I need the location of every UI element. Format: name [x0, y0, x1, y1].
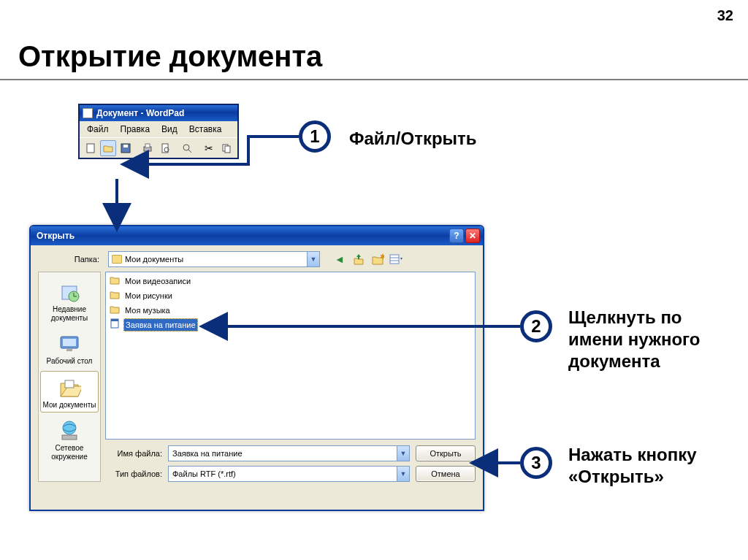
- place-mydocs[interactable]: Мои документы: [40, 371, 99, 413]
- title-rule: [0, 79, 748, 80]
- open-dialog: Открыть ? ✕ Папка: Мои документы ▼ ◄ ✱: [29, 225, 484, 511]
- svg-rect-0: [87, 144, 94, 153]
- place-network[interactable]: Сетевое окружение: [40, 414, 99, 464]
- place-label: Сетевое окружение: [42, 444, 96, 461]
- lookin-label: Папка:: [38, 255, 104, 264]
- help-button[interactable]: ?: [449, 229, 464, 243]
- svg-rect-24: [62, 435, 77, 440]
- page-title: Открытие документа: [18, 40, 322, 73]
- mydocs-icon: [58, 376, 81, 399]
- step-1-text: Файл/Открыть: [349, 128, 477, 150]
- place-label: Мои документы: [43, 401, 96, 410]
- svg-rect-4: [145, 144, 150, 147]
- back-icon[interactable]: ◄: [332, 251, 348, 267]
- place-desktop[interactable]: Рабочий стол: [40, 327, 99, 369]
- open-button[interactable]: Открыть: [416, 445, 476, 461]
- step-2-badge: 2: [520, 310, 552, 342]
- open-dialog-title: Открыть: [37, 231, 75, 241]
- lookin-value: Мои документы: [125, 255, 183, 264]
- svg-rect-10: [225, 146, 230, 153]
- chevron-down-icon[interactable]: ▼: [397, 446, 409, 461]
- place-recent[interactable]: Недавние документы: [40, 275, 99, 326]
- page-number: 32: [717, 7, 733, 24]
- open-dialog-titlebar: Открыть ? ✕: [31, 226, 483, 245]
- document-icon: [109, 318, 121, 331]
- svg-point-23: [63, 421, 76, 434]
- filetype-value: Файлы RTF (*.rtf): [172, 469, 236, 478]
- folder-icon: [109, 289, 121, 302]
- svg-point-7: [183, 145, 189, 150]
- svg-line-8: [188, 150, 191, 153]
- menu-view[interactable]: Вид: [156, 123, 183, 136]
- list-item[interactable]: Моя музыка: [107, 303, 473, 318]
- file-name: Моя музыка: [123, 304, 172, 316]
- copy-icon[interactable]: [218, 140, 234, 156]
- step-2-text: Щелкнуть по имени нужного документа: [568, 307, 729, 372]
- places-bar: Недавние документы Рабочий стол Мои доку…: [38, 272, 101, 482]
- desktop-icon: [58, 332, 81, 356]
- wordpad-titlebar: Документ - WordPad: [80, 105, 237, 121]
- filename-field[interactable]: Заявка на питание ▼: [168, 445, 410, 461]
- svg-rect-20: [63, 339, 76, 346]
- svg-rect-21: [66, 348, 72, 351]
- step-3-text: Нажать кнопку «Открыть»: [568, 444, 729, 488]
- new-folder-icon[interactable]: ✱: [370, 251, 386, 267]
- filetype-field[interactable]: Файлы RTF (*.rtf) ▼: [168, 466, 410, 482]
- menu-insert[interactable]: Вставка: [183, 123, 228, 136]
- svg-rect-12: [390, 255, 399, 264]
- folder-icon: [109, 304, 121, 317]
- menu-file[interactable]: Файл: [81, 123, 115, 136]
- file-list[interactable]: Мои видеозаписи Мои рисунки Моя музыка: [105, 272, 476, 440]
- filename-label: Имя файла:: [105, 449, 162, 458]
- file-name: Мои рисунки: [123, 290, 174, 302]
- save-icon[interactable]: [118, 140, 134, 156]
- recent-icon: [58, 280, 81, 304]
- chevron-down-icon[interactable]: ▼: [397, 467, 409, 481]
- document-icon: [83, 108, 93, 118]
- wordpad-window: Документ - WordPad Файл Правка Вид Встав…: [78, 104, 239, 159]
- svg-rect-2: [123, 145, 128, 147]
- wordpad-title: Документ - WordPad: [96, 108, 184, 118]
- views-icon[interactable]: [389, 251, 405, 267]
- wordpad-menubar: Файл Правка Вид Вставка: [80, 121, 237, 137]
- nav-icons: ◄ ✱: [332, 251, 405, 267]
- up-icon[interactable]: [351, 251, 367, 267]
- svg-rect-22: [65, 380, 74, 388]
- filetype-label: Тип файлов:: [105, 469, 162, 478]
- folder-icon: [112, 255, 122, 264]
- place-label: Недавние документы: [42, 305, 96, 322]
- svg-rect-26: [111, 319, 118, 321]
- list-item[interactable]: Мои рисунки: [107, 288, 473, 303]
- network-icon: [58, 419, 81, 442]
- new-icon[interactable]: [83, 140, 99, 156]
- lookin-combo[interactable]: Мои документы ▼: [108, 251, 320, 267]
- chevron-down-icon[interactable]: ▼: [307, 252, 319, 266]
- svg-text:✱: ✱: [380, 253, 384, 261]
- place-label: Рабочий стол: [47, 357, 93, 366]
- filename-value: Заявка на питание: [172, 449, 243, 458]
- print-icon[interactable]: [140, 140, 156, 156]
- lookin-row: Папка: Мои документы ▼ ◄ ✱: [31, 245, 483, 272]
- list-item-selected[interactable]: Заявка на питание: [107, 318, 473, 332]
- close-button[interactable]: ✕: [465, 229, 480, 243]
- wordpad-toolbar: ✂: [80, 137, 237, 158]
- preview-icon[interactable]: [157, 140, 173, 156]
- step-3-badge: 3: [520, 447, 552, 479]
- file-name: Мои видеозаписи: [123, 275, 192, 287]
- file-name: Заявка на питание: [123, 318, 198, 331]
- menu-edit[interactable]: Правка: [115, 123, 156, 136]
- find-icon[interactable]: [179, 140, 195, 156]
- step-1-badge: 1: [299, 120, 331, 153]
- cancel-button[interactable]: Отмена: [416, 466, 476, 482]
- folder-icon: [109, 275, 121, 288]
- list-item[interactable]: Мои видеозаписи: [107, 274, 473, 288]
- cut-icon[interactable]: ✂: [201, 140, 217, 156]
- open-icon[interactable]: [100, 140, 116, 156]
